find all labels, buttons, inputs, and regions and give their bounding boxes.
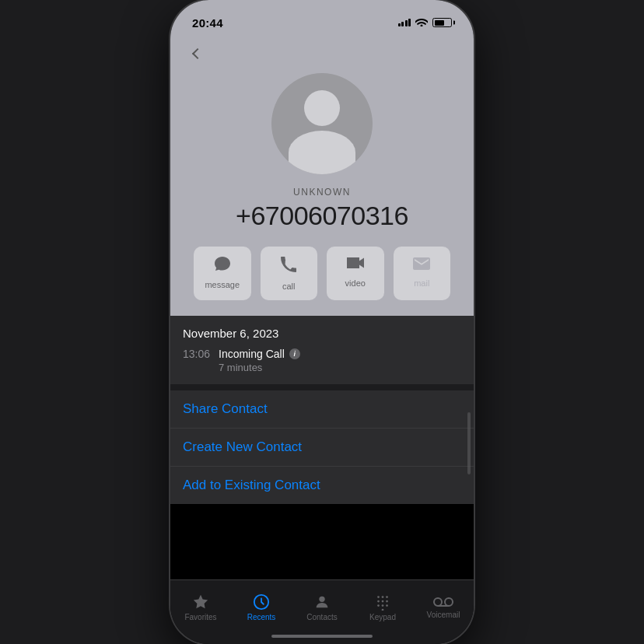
svg-point-11 (382, 609, 384, 611)
home-indicator (271, 635, 373, 638)
favorites-icon (192, 593, 209, 611)
call-info-icon[interactable]: i (289, 348, 300, 359)
create-new-contact-button[interactable]: Create New Contact (170, 429, 474, 467)
tab-recents[interactable]: Recents (231, 593, 292, 621)
phone-number: +67006070316 (186, 201, 458, 231)
mail-icon (413, 256, 430, 274)
tab-keypad[interactable]: Keypad (352, 593, 413, 621)
call-time: 13:06 (183, 348, 214, 360)
mail-button[interactable]: mail (394, 247, 451, 300)
add-to-existing-contact-button[interactable]: Add to Existing Contact (170, 467, 474, 504)
mail-label: mail (414, 278, 429, 288)
battery-icon (432, 18, 452, 27)
svg-point-13 (445, 598, 453, 606)
contacts-icon (313, 593, 331, 611)
message-button[interactable]: message (194, 247, 251, 300)
svg-point-12 (434, 598, 442, 606)
action-buttons-row: message call video (186, 247, 458, 300)
recents-icon (253, 593, 270, 611)
phone-frame: 20:44 (170, 0, 474, 644)
svg-point-9 (382, 604, 384, 607)
message-label: message (205, 280, 240, 289)
contact-header: UNKNOWN +67006070316 message call (170, 34, 474, 316)
avatar-head (304, 90, 340, 126)
keypad-icon (374, 593, 391, 611)
call-duration: 7 minutes (183, 362, 461, 373)
voicemail-label: Voicemail (427, 611, 460, 619)
video-button[interactable]: video (327, 247, 384, 300)
keypad-label: Keypad (369, 613, 396, 621)
signal-bar-1 (398, 23, 401, 26)
battery-fill (435, 20, 444, 26)
call-label: call (282, 282, 296, 291)
signal-bar-3 (405, 20, 408, 26)
action-list: Share Contact Create New Contact Add to … (170, 390, 474, 504)
avatar-silhouette (271, 73, 373, 174)
signal-bars-icon (398, 19, 411, 26)
signal-bar-4 (408, 19, 411, 26)
call-button[interactable]: call (261, 247, 318, 300)
tab-contacts[interactable]: Contacts (292, 593, 352, 621)
svg-point-4 (386, 596, 388, 598)
back-button[interactable] (186, 42, 209, 65)
svg-point-8 (377, 604, 380, 607)
svg-point-10 (386, 604, 388, 607)
status-time: 20:44 (192, 16, 223, 30)
call-icon (280, 256, 297, 277)
signal-bar-2 (401, 22, 404, 26)
share-contact-button[interactable]: Share Contact (170, 390, 474, 429)
svg-point-5 (377, 600, 380, 603)
avatar-container (186, 73, 458, 174)
avatar-body (289, 131, 355, 174)
status-icons (398, 16, 453, 29)
tab-voicemail[interactable]: Voicemail (413, 596, 474, 619)
favorites-label: Favorites (184, 613, 216, 621)
svg-point-3 (382, 596, 384, 598)
video-icon (346, 256, 365, 274)
contacts-label: Contacts (306, 613, 337, 621)
call-type: Incoming Call (219, 348, 285, 360)
svg-point-7 (386, 600, 388, 603)
contact-label: UNKNOWN (186, 187, 458, 198)
back-chevron-icon (192, 48, 203, 59)
tab-favorites[interactable]: Favorites (170, 593, 231, 621)
call-date: November 6, 2023 (183, 327, 461, 340)
call-time-row: 13:06 Incoming Call i (183, 348, 461, 360)
avatar (271, 73, 373, 174)
svg-point-2 (377, 596, 380, 598)
status-bar: 20:44 (170, 0, 474, 34)
svg-point-6 (382, 600, 384, 603)
scroll-indicator (467, 412, 471, 474)
svg-point-1 (319, 597, 324, 602)
message-icon (214, 256, 231, 275)
dark-section: November 6, 2023 13:06 Incoming Call i 7… (170, 316, 474, 504)
call-entry: 13:06 Incoming Call i 7 minutes (183, 348, 461, 373)
call-history-section: November 6, 2023 13:06 Incoming Call i 7… (170, 316, 474, 384)
wifi-icon (415, 16, 428, 29)
video-label: video (345, 278, 366, 288)
recents-label: Recents (247, 613, 276, 621)
voicemail-icon (433, 596, 453, 608)
